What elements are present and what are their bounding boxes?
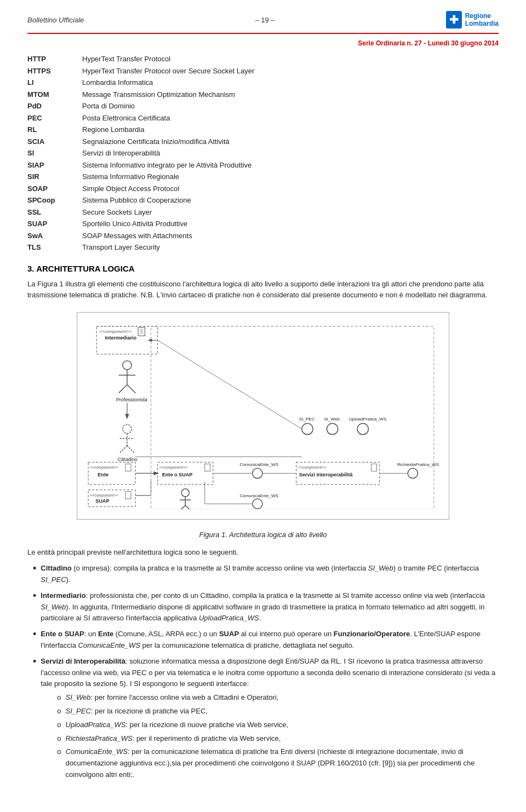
- figure-caption: Figura 1. Architettura logica di alto li…: [27, 531, 499, 539]
- svg-text:SUAP: SUAP: [95, 498, 109, 504]
- svg-rect-3: [138, 327, 145, 336]
- svg-point-49: [253, 468, 262, 478]
- abbr-value: HyperText Transfer Protocol over Secure …: [82, 66, 254, 77]
- sub-bullet-o: o: [57, 692, 61, 704]
- sub-bullet-text: ComunicaEnte_WS: per la comunicazione te…: [66, 746, 499, 780]
- svg-text:<<component>>: <<component>>: [90, 493, 118, 498]
- abbr-row: LILombardia Informatica: [27, 77, 499, 88]
- logo-cross-icon: ✚: [449, 13, 459, 26]
- abbr-row: SPCoopSistema Pubblico di Cooperazione: [27, 195, 499, 206]
- svg-rect-35: [125, 492, 131, 499]
- sub-bullet-o: o: [57, 733, 61, 745]
- logo-box: ✚: [446, 11, 462, 28]
- svg-text:<<component>>: <<component>>: [159, 465, 188, 470]
- svg-text:Ente o SUAP: Ente o SUAP: [162, 472, 193, 477]
- svg-text:Cittadino: Cittadino: [118, 457, 138, 462]
- abbr-row: SOAPSimple Object Access Protocol: [27, 183, 499, 194]
- bullet-dot: •: [33, 656, 36, 668]
- svg-text:ComunicaEnte_WS: ComunicaEnte_WS: [239, 493, 278, 498]
- svg-text:<<component>>: <<component>>: [99, 329, 132, 334]
- abbr-key: SSL: [27, 207, 82, 218]
- bullet-dot: •: [33, 629, 36, 641]
- svg-point-43: [181, 489, 189, 497]
- header-page-number: – 19 –: [255, 16, 275, 24]
- svg-line-17: [120, 446, 127, 453]
- bullet-item: •Cittadino (o impresa): compila la prati…: [33, 563, 499, 586]
- bullet-text: Intermediario: professionista che, per c…: [41, 590, 499, 624]
- page-header: Bollettino Ufficiale – 19 – ✚ Regione Lo…: [27, 11, 499, 34]
- abbr-key: PdD: [27, 101, 82, 112]
- svg-line-47: [185, 505, 191, 509]
- svg-line-10: [119, 385, 127, 393]
- architecture-diagram: <<component>> Intermediario Professionis…: [77, 312, 449, 520]
- sub-bullet-text: SI_Web: per fornire l'accesso online via…: [66, 692, 279, 704]
- abbr-value: Sistema Informativo Regionale: [82, 171, 179, 182]
- diagram-svg: <<component>> Intermediario Professionis…: [85, 321, 441, 509]
- bullet-text: Servizi di Interoperabilità: soluzione i…: [41, 656, 499, 783]
- abbr-row: MTOMMessage Transmission Optimization Me…: [27, 89, 499, 100]
- abbr-key: SOAP: [27, 183, 82, 194]
- bullet-item: •Servizi di Interoperabilità: soluzione …: [33, 656, 499, 783]
- sub-bullet-text: UploadPratica_WS: per la ricezione di nu…: [66, 719, 289, 731]
- abbr-key: RL: [27, 124, 82, 135]
- abbr-key: SCIA: [27, 136, 82, 147]
- svg-rect-39: [205, 464, 210, 471]
- abbr-value: Simple Object Access Protocol: [82, 183, 179, 194]
- abbr-key: PEC: [27, 113, 82, 124]
- abbr-row: PECPosta Elettronica Certificata: [27, 113, 499, 124]
- abbreviation-table: HTTPHyperText Transfer ProtocolHTTPSHype…: [27, 54, 499, 253]
- abbr-value: Transport Layer Security: [82, 242, 160, 253]
- svg-point-61: [408, 468, 418, 478]
- svg-rect-64: [151, 326, 433, 509]
- svg-rect-31: [125, 464, 131, 471]
- svg-text:Intermediario: Intermediario: [105, 336, 136, 341]
- header-right: ✚ Regione Lombardia: [446, 11, 499, 28]
- abbr-row: SIRSistema Informativo Regionale: [27, 171, 499, 182]
- svg-point-22: [302, 423, 313, 434]
- abbr-value: Sportello Unico Attività Produttive: [82, 218, 187, 229]
- svg-line-20: [158, 341, 302, 429]
- sub-bullet-item: oSI_PEC: per la ricezione di pratiche vi…: [57, 706, 499, 717]
- sub-bullet-text: SI_PEC: per la ricezione di pratiche via…: [66, 706, 208, 717]
- sub-bullet-item: oSI_Web: per fornire l'accesso online vi…: [57, 692, 499, 704]
- entity-bullet-list: •Cittadino (o impresa): compila la prati…: [27, 563, 499, 783]
- abbr-row: SIAPSistema Informativo integrato per le…: [27, 160, 499, 171]
- sub-bullet-item: oComunicaEnte_WS: per la comunicazione t…: [57, 746, 499, 780]
- sub-bullet-o: o: [57, 719, 61, 731]
- sub-bullet-list: oSI_Web: per fornire l'accesso online vi…: [41, 692, 499, 781]
- svg-line-11: [127, 385, 135, 393]
- svg-text:UploadPratica_WS: UploadPratica_WS: [349, 417, 387, 422]
- sub-bullet-item: oRichiestaPratica_WS: per il reperimento…: [57, 733, 499, 745]
- abbr-value: SOAP Messages with Attachments: [82, 231, 192, 241]
- section-3-heading: 3. ARCHITETTURA LOGICA: [27, 264, 499, 273]
- svg-text:SI_Web: SI_Web: [324, 417, 340, 422]
- sub-bullet-item: oUploadPratica_WS: per la ricezione di n…: [57, 719, 499, 731]
- svg-text:<<component>>: <<component>>: [90, 465, 118, 470]
- abbr-value: Sistema Informativo integrato per le Att…: [82, 160, 251, 171]
- svg-text:SI_PEC: SI_PEC: [299, 417, 315, 422]
- sub-bullet-text: RichiestaPratica_WS: per il reperimento …: [66, 733, 281, 745]
- logo-text: Regione Lombardia: [465, 12, 499, 28]
- svg-point-14: [123, 424, 132, 433]
- bullet-item: •Intermediario: professionista che, per …: [33, 590, 499, 624]
- svg-line-18: [127, 446, 134, 453]
- abbr-row: PdDPorta di Dominio: [27, 101, 499, 112]
- abbr-value: Posta Elettronica Certificata: [82, 113, 170, 124]
- abbr-row: SIServizi di Interoperabilità: [27, 148, 499, 159]
- abbr-key: MTOM: [27, 89, 82, 100]
- svg-line-46: [180, 505, 185, 509]
- entity-intro: Le entità principali previste nell'archi…: [27, 547, 499, 558]
- svg-text:RichiestaPratica_WS: RichiestaPratica_WS: [397, 462, 439, 467]
- abbr-key: LI: [27, 77, 82, 88]
- svg-point-24: [327, 423, 338, 434]
- abbr-key: SIAP: [27, 160, 82, 171]
- abbr-key: HTTP: [27, 54, 82, 65]
- svg-rect-59: [371, 464, 376, 471]
- bullet-dot: •: [33, 590, 36, 602]
- abbr-value: Segnalazione Certificata Inizio/modifica…: [82, 136, 230, 147]
- sub-bullet-o: o: [57, 746, 61, 780]
- abbr-value: Secure Sockets Layer: [82, 207, 152, 218]
- sub-bullet-o: o: [57, 706, 61, 717]
- bullet-item: •Ente o SUAP: un Ente (Comune, ASL, ARPA…: [33, 629, 499, 652]
- abbr-value: Sistema Pubblico di Cooperazione: [82, 195, 191, 206]
